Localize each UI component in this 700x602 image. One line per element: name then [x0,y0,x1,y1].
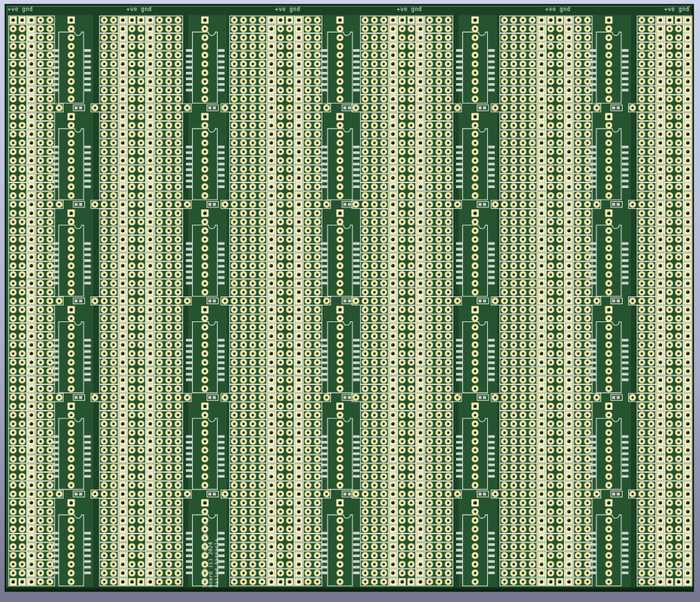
power-rail-label: +ve gnd [664,6,690,12]
pcb-render-scene: +ve gnd +ve gnd +ve gnd +ve gnd +ve gnd … [0,0,700,602]
power-rail-label: +ve gnd [545,6,571,12]
power-rail-label: +ve gnd [8,6,33,12]
board-attribution: SOIC/DIP prototyping board (c) 2024 nail… [202,523,220,587]
power-rail-label: +ve gnd [397,6,422,12]
power-rail-label: +ve gnd [275,6,301,12]
pcb-board [0,0,700,602]
attribution-line-3: nailed_barnacle [214,523,220,587]
power-rail-label: +ve gnd [126,6,152,12]
